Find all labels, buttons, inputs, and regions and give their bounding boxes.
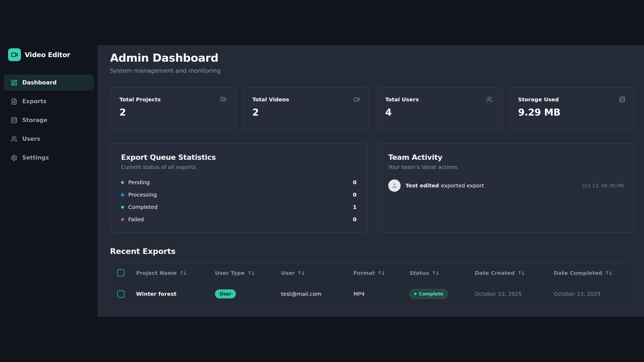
column-header-date-created[interactable]: Date Created ↑↓ xyxy=(475,270,554,276)
page-title: Admin Dashboard xyxy=(110,51,635,65)
queue-label: Completed xyxy=(128,204,158,210)
column-label: Date Completed xyxy=(554,270,602,276)
sidebar-item-storage[interactable]: Storage xyxy=(4,112,94,128)
sidebar-nav: Dashboard Exports Storage Users xyxy=(4,75,94,166)
cell-project-name: Winter forest xyxy=(136,291,215,297)
queue-value: 1 xyxy=(353,204,357,210)
brand: Video Editor xyxy=(0,0,98,61)
app-name: Video Editor xyxy=(25,51,70,59)
database-icon xyxy=(619,96,625,103)
activity-list-item: Test edited exported export Oct 13, 06:3… xyxy=(388,179,624,192)
processing-dot-icon xyxy=(121,193,124,196)
stat-value: 4 xyxy=(385,107,493,118)
card-subtitle: Current status of all exports xyxy=(121,164,357,170)
person-icon xyxy=(391,182,398,189)
queue-item-processing: Processing 0 xyxy=(121,191,357,199)
column-label: Format xyxy=(353,270,375,276)
queue-item-pending: Pending 0 xyxy=(121,178,357,186)
dashboard-grid-icon xyxy=(11,79,17,86)
export-queue-card: Export Queue Statistics Current status o… xyxy=(110,143,368,233)
queue-value: 0 xyxy=(353,216,357,223)
sidebar-item-users[interactable]: Users xyxy=(4,131,94,147)
activity-text: Test edited exported export xyxy=(405,182,484,189)
column-header-format[interactable]: Format ↑↓ xyxy=(353,270,409,276)
queue-item-failed: Failed 0 xyxy=(121,215,357,223)
page-subtitle: System management and monitoring xyxy=(110,67,635,75)
sidebar-item-settings[interactable]: Settings xyxy=(4,150,94,166)
video-camera-icon xyxy=(353,96,360,103)
sort-icon[interactable]: ↑↓ xyxy=(247,270,254,276)
column-header-project-name[interactable]: Project Name ↑↓ xyxy=(136,270,215,276)
queue-value: 0 xyxy=(353,191,357,198)
gear-icon xyxy=(11,154,17,161)
column-label: Status xyxy=(409,270,429,276)
cell-user-type: User xyxy=(215,289,281,298)
sort-icon[interactable]: ↑↓ xyxy=(298,270,305,276)
activity-action: exported export xyxy=(441,182,484,189)
card-title: Export Queue Statistics xyxy=(121,153,357,161)
activity-actor: Test edited xyxy=(405,182,441,189)
failed-dot-icon xyxy=(121,218,124,221)
database-icon xyxy=(11,117,17,124)
column-label: Project Name xyxy=(136,270,177,276)
stat-label: Total Projects xyxy=(119,96,161,103)
column-header-user-type[interactable]: User Type ↑↓ xyxy=(215,270,281,276)
sort-icon[interactable]: ↑↓ xyxy=(605,270,612,276)
stat-value: 9.29 MB xyxy=(518,107,625,118)
stat-value: 2 xyxy=(119,107,227,118)
file-text-icon xyxy=(11,98,17,105)
queue-label: Failed xyxy=(128,216,144,223)
activity-timestamp: Oct 13, 06:36 PM xyxy=(582,183,624,189)
header-checkbox-cell xyxy=(110,269,136,276)
stat-card-storage-used: Storage Used 9.29 MB xyxy=(509,87,635,131)
cell-format: MP4 xyxy=(353,291,409,297)
status-badge: Complete xyxy=(409,289,448,299)
sort-icon[interactable]: ↑↓ xyxy=(432,270,439,276)
column-header-date-completed[interactable]: Date Completed ↑↓ xyxy=(554,270,635,276)
recent-exports-table: Project Name ↑↓ User Type ↑↓ User ↑↓ For… xyxy=(110,263,635,305)
row-checkbox[interactable] xyxy=(117,290,125,298)
stat-label: Total Users xyxy=(385,96,419,103)
card-title: Team Activity xyxy=(388,153,624,161)
table-header-row: Project Name ↑↓ User Type ↑↓ User ↑↓ For… xyxy=(110,263,635,283)
select-all-checkbox[interactable] xyxy=(117,269,125,276)
stat-card-total-videos: Total Videos 2 xyxy=(243,87,369,131)
middle-row: Export Queue Statistics Current status o… xyxy=(110,143,635,233)
cell-status: Complete xyxy=(409,289,475,299)
sort-icon[interactable]: ↑↓ xyxy=(517,270,524,276)
users-icon xyxy=(486,96,493,103)
sort-icon[interactable]: ↑↓ xyxy=(378,270,385,276)
folder-open-icon xyxy=(220,96,227,103)
cell-date-completed: October 13, 2025 xyxy=(554,291,635,297)
pending-dot-icon xyxy=(121,181,124,184)
team-activity-card: Team Activity Your team's latest actions… xyxy=(377,143,635,233)
sidebar-item-label: Storage xyxy=(22,117,47,123)
cell-user: test@mail.com xyxy=(281,291,353,297)
stat-cards-row: Total Projects 2 Total Videos 2 Total Us… xyxy=(110,87,635,131)
row-checkbox-cell xyxy=(110,290,136,298)
table-row: Winter forest User test@mail.com MP4 Com… xyxy=(110,283,635,305)
stat-card-total-projects: Total Projects 2 xyxy=(110,87,236,131)
stat-label: Storage Used xyxy=(518,96,559,103)
column-header-user[interactable]: User ↑↓ xyxy=(281,270,353,276)
column-label: Date Created xyxy=(475,270,515,276)
sidebar: Video Editor Dashboard Exports Storage xyxy=(0,0,98,362)
column-label: User Type xyxy=(215,270,245,276)
main-panel: Admin Dashboard System management and mo… xyxy=(98,45,644,317)
cell-date-created: October 13, 2025 xyxy=(475,291,554,297)
sort-icon[interactable]: ↑↓ xyxy=(180,270,186,276)
sidebar-item-label: Dashboard xyxy=(22,79,57,86)
stat-value: 2 xyxy=(252,107,360,118)
card-subtitle: Your team's latest actions xyxy=(388,164,624,170)
sidebar-item-dashboard[interactable]: Dashboard xyxy=(4,75,94,91)
avatar xyxy=(388,179,401,192)
stat-card-total-users: Total Users 4 xyxy=(376,87,502,131)
status-dot-icon xyxy=(414,293,416,295)
stat-label: Total Videos xyxy=(252,96,289,103)
column-header-status[interactable]: Status ↑↓ xyxy=(409,270,475,276)
sidebar-item-exports[interactable]: Exports xyxy=(4,93,94,109)
sidebar-item-label: Exports xyxy=(22,98,46,105)
queue-item-completed: Completed 1 xyxy=(121,203,357,211)
recent-exports-title: Recent Exports xyxy=(110,247,635,256)
queue-label: Processing xyxy=(128,191,157,198)
